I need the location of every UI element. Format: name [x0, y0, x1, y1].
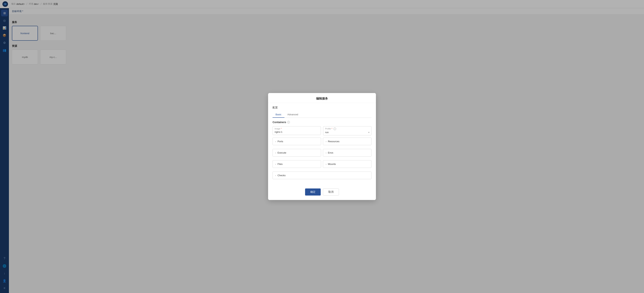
- image-field: Image * nginx:1: [272, 126, 321, 135]
- profile-label: Profile: [325, 128, 331, 130]
- resources-section-label: Resources: [328, 140, 340, 143]
- files-label: Files: [278, 163, 282, 165]
- image-profile-row: Image * nginx:1 Profile * i run ▾: [272, 126, 372, 135]
- execute-label: Execute: [278, 151, 286, 154]
- ports-chevron-icon: ›: [275, 140, 276, 143]
- image-label: Image: [274, 128, 280, 130]
- resources-section[interactable]: › Resources: [323, 138, 372, 145]
- mounts-label: Mounts: [328, 163, 336, 165]
- execute-chevron-icon: ›: [275, 152, 276, 154]
- mounts-chevron-icon: ›: [326, 163, 326, 165]
- modal-title: 编辑服务: [268, 93, 376, 103]
- profile-chevron-icon[interactable]: ▾: [368, 131, 370, 134]
- profile-value[interactable]: run: [325, 131, 329, 134]
- modal-footer: 确定 取消: [268, 186, 376, 200]
- mounts-section[interactable]: › Mounts: [323, 160, 372, 168]
- containers-info-icon: i: [287, 121, 290, 123]
- ports-label: Ports: [278, 140, 283, 143]
- tab-advanced[interactable]: Advanced: [284, 112, 301, 118]
- image-value[interactable]: nginx:1: [274, 131, 319, 133]
- envs-chevron-icon: ›: [326, 152, 326, 154]
- edit-service-modal: 编辑服务 配置 Basic Advanced Containers i Imag…: [268, 93, 376, 200]
- tabs: Basic Advanced: [272, 112, 372, 118]
- collapsible-sections-grid: › Ports › Resources › Execute › Envs ›: [272, 138, 372, 170]
- tab-basic[interactable]: Basic: [272, 112, 284, 118]
- cancel-button[interactable]: 取消: [323, 188, 339, 196]
- ports-section[interactable]: › Ports: [272, 138, 321, 145]
- profile-field: Profile * i run ▾: [323, 126, 372, 135]
- envs-section[interactable]: › Envs: [323, 149, 372, 157]
- checks-section[interactable]: › Checks: [272, 172, 372, 179]
- envs-label: Envs: [328, 151, 333, 154]
- containers-header: Containers i: [272, 121, 372, 124]
- checks-chevron-icon: ›: [275, 174, 276, 177]
- modal-body: 配置 Basic Advanced Containers i Image * n…: [268, 103, 376, 186]
- profile-info-icon: i: [334, 128, 336, 130]
- confirm-button[interactable]: 确定: [305, 188, 321, 196]
- resources-chevron-icon: ›: [326, 140, 326, 143]
- config-section-label: 配置: [272, 106, 372, 109]
- files-section[interactable]: › Files: [272, 160, 321, 168]
- modal-overlay[interactable]: 编辑服务 配置 Basic Advanced Containers i Imag…: [0, 0, 644, 293]
- containers-label: Containers: [272, 121, 286, 124]
- checks-label: Checks: [278, 174, 286, 177]
- execute-section[interactable]: › Execute: [272, 149, 321, 157]
- files-chevron-icon: ›: [275, 163, 276, 165]
